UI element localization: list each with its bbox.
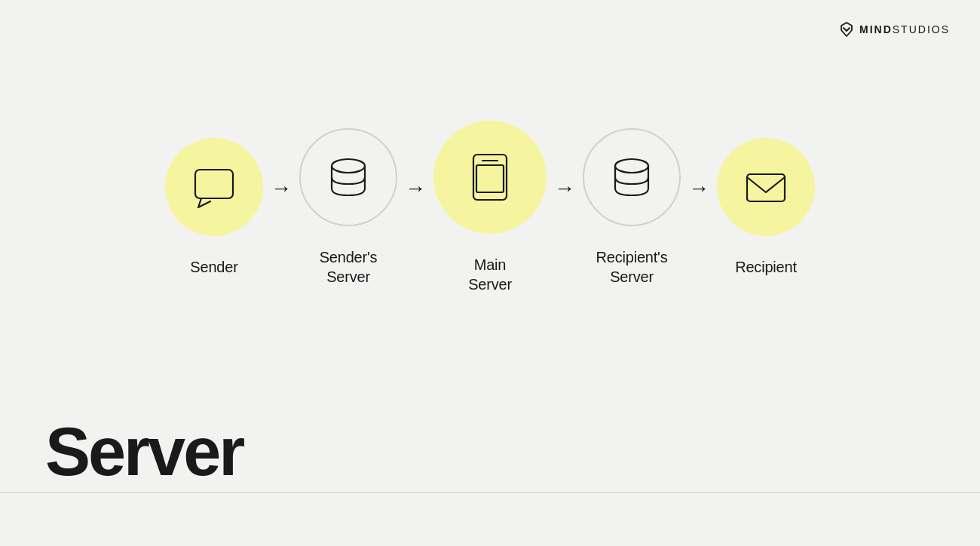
database-icon-1 [322, 151, 375, 204]
node-recipients-server: Recipient'sServer [583, 128, 681, 287]
mindstudios-logo-icon [838, 21, 855, 38]
email-icon [740, 161, 792, 213]
bottom-text-area: Server [45, 418, 243, 486]
svg-point-5 [615, 159, 648, 173]
node-sender: Sender [165, 138, 263, 277]
arrow-4: → [688, 176, 709, 201]
senders-server-label: Sender'sServer [320, 247, 378, 287]
tablet-icon [460, 147, 520, 207]
arrow-1: → [271, 176, 292, 201]
node-recipient: Recipient [717, 138, 815, 277]
recipient-circle [717, 138, 815, 236]
svg-rect-4 [476, 165, 504, 192]
sender-label: Sender [190, 257, 237, 277]
node-main-server: MainServer [433, 121, 547, 294]
node-senders-server: Sender'sServer [299, 128, 397, 287]
main-server-label: MainServer [468, 255, 512, 294]
svg-point-1 [332, 159, 365, 173]
recipients-server-circle [583, 128, 681, 226]
logo-text: MINDSTUDIOS [859, 23, 950, 35]
main-server-circle [433, 121, 547, 234]
bottom-title: Server [45, 418, 243, 486]
logo: MINDSTUDIOS [838, 21, 950, 38]
diagram: Sender → Sender'sServer → MainServer [0, 121, 980, 294]
senders-server-circle [299, 128, 397, 226]
database-icon-2 [605, 151, 658, 204]
chat-icon [188, 161, 240, 213]
recipient-label: Recipient [735, 257, 797, 277]
sender-circle [165, 138, 263, 236]
arrow-3: → [554, 176, 575, 201]
arrow-2: → [405, 176, 426, 201]
svg-rect-6 [747, 174, 785, 201]
svg-rect-0 [195, 170, 233, 198]
bottom-divider [0, 492, 980, 493]
recipients-server-label: Recipient'sServer [596, 247, 668, 287]
